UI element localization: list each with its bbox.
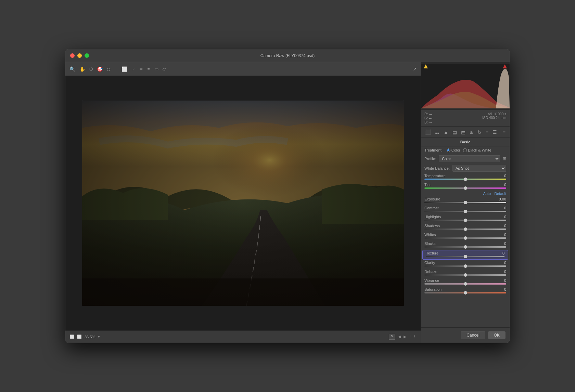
tint-thumb[interactable] (464, 186, 467, 190)
temperature-value: 0 (496, 174, 506, 178)
blacks-thumb[interactable] (464, 245, 467, 249)
y-button[interactable]: Y (389, 334, 395, 340)
radial-filter-icon[interactable]: ⬭ (163, 67, 166, 71)
slider-highlights: Highlights 0 (421, 214, 510, 223)
saturation-track[interactable] (424, 292, 506, 293)
red-eye-icon[interactable]: ✒ (147, 67, 151, 71)
photo-svg (82, 101, 404, 306)
camera-raw-window: Camera Raw (FLY00374.psd) 🔍 ✋ ⬡ 🎯 ◎ ⬜ ⟋ … (65, 49, 510, 343)
tab-split-tone[interactable]: ⬒ (460, 129, 467, 135)
ok-button[interactable]: OK (488, 331, 506, 339)
frame-icon-1: ⬜ (69, 335, 74, 339)
temperature-track[interactable] (424, 179, 506, 180)
tab-basic[interactable]: ⬛ (424, 129, 432, 135)
contrast-thumb[interactable] (464, 210, 467, 213)
auto-button[interactable]: Auto (483, 192, 491, 196)
spot-removal-icon[interactable]: ✏ (140, 67, 143, 71)
exposure-thumb[interactable] (464, 201, 467, 204)
whites-thumb[interactable] (464, 236, 467, 240)
slider-vibrance: Vibrance 0 (421, 278, 510, 287)
shadows-label: Shadows (424, 224, 440, 228)
hand-tool-icon[interactable]: ✋ (79, 66, 85, 72)
tab-camera[interactable]: ≡ (484, 129, 490, 135)
next-icon[interactable]: ▶ (404, 335, 406, 339)
prev-icon[interactable]: ◀ (398, 335, 401, 339)
bw-radio[interactable]: Black & White (463, 148, 491, 152)
highlights-track[interactable] (424, 220, 506, 221)
bw-radio-circle (463, 148, 467, 152)
tab-effects[interactable]: fx (476, 129, 483, 135)
frame-icon-2: ⬜ (77, 335, 82, 339)
exposure-track[interactable] (424, 202, 506, 203)
tab-detail[interactable]: ▲ (442, 129, 450, 135)
grid-icon[interactable]: ⊞ (503, 156, 506, 161)
shadows-track[interactable] (424, 228, 506, 230)
adjustment-brush-icon[interactable]: ▭ (155, 67, 158, 71)
filmstrip-icon[interactable]: ⋮⋮ (409, 335, 417, 339)
close-button[interactable] (70, 53, 75, 58)
profile-select[interactable]: Color (439, 155, 500, 162)
minimize-button[interactable] (77, 53, 82, 58)
dehaze-thumb[interactable] (464, 273, 467, 277)
color-radio-circle (447, 148, 450, 152)
highlights-thumb[interactable] (464, 219, 467, 222)
right-panel: R: --- G: --- B: --- f/9 1/1000 s ISO 40… (421, 62, 510, 343)
crop-tool-icon[interactable]: ⬜ (122, 66, 127, 72)
color-radio[interactable]: Color (447, 148, 460, 152)
clarity-thumb[interactable] (464, 264, 467, 268)
tab-lens[interactable]: ⊞ (468, 129, 475, 135)
wb-label: White Balance: (424, 166, 450, 170)
contrast-track[interactable] (424, 211, 506, 212)
treatment-label: Treatment: (424, 148, 443, 152)
contrast-value: 0 (496, 206, 506, 210)
settings-panel: Basic Treatment: Color Black & White (421, 138, 510, 327)
vibrance-track[interactable] (424, 283, 506, 285)
dehaze-track[interactable] (424, 274, 506, 276)
clarity-track[interactable] (424, 265, 506, 267)
zoom-tool-icon[interactable]: 🔍 (69, 66, 75, 72)
shadows-thumb[interactable] (464, 227, 467, 231)
temperature-thumb[interactable] (464, 178, 467, 181)
histogram-svg (421, 62, 510, 110)
clarity-label: Clarity (424, 261, 435, 265)
slider-clarity: Clarity 0 (421, 260, 510, 269)
straighten-tool-icon[interactable]: ⟋ (131, 67, 136, 71)
auto-default-row: Auto Default (421, 191, 510, 196)
texture-value: 0 (494, 251, 504, 255)
vibrance-label: Vibrance (424, 278, 439, 283)
tint-label: Tint (424, 183, 431, 187)
slider-saturation: Saturation 0 (421, 287, 510, 296)
tab-presets[interactable]: ☰ (491, 129, 498, 135)
cancel-button[interactable]: Cancel (461, 331, 485, 339)
treatment-radio-group: Color Black & White (447, 148, 491, 152)
image-area (65, 76, 421, 330)
shadows-value: 0 (496, 224, 506, 228)
open-in-photoshop-icon[interactable]: ↗ (413, 66, 417, 71)
targeted-adj-icon[interactable]: ◎ (107, 67, 110, 71)
color-sampler-icon[interactable]: 🎯 (97, 66, 103, 72)
vibrance-thumb[interactable] (464, 282, 467, 286)
wb-select[interactable]: As Shot (452, 165, 506, 172)
white-balance-tool-icon[interactable]: ⬡ (89, 67, 93, 71)
texture-thumb[interactable] (464, 255, 467, 258)
texture-track[interactable] (426, 256, 504, 257)
default-button[interactable]: Default (494, 192, 506, 196)
g-value: G: --- (424, 116, 432, 120)
tint-value: 0 (496, 183, 506, 187)
section-menu-icon[interactable]: ≡ (501, 129, 507, 135)
blacks-value: 0 (496, 241, 506, 246)
slider-blacks: Blacks 0 (421, 241, 510, 250)
saturation-thumb[interactable] (464, 291, 467, 295)
maximize-button[interactable] (85, 53, 89, 58)
tint-track[interactable] (424, 187, 506, 189)
zoom-display[interactable]: 36.5% (85, 335, 95, 339)
window-title: Camera Raw (FLY00374.psd) (260, 53, 315, 58)
saturation-label: Saturation (424, 287, 442, 291)
aperture-value: f/9 (488, 112, 492, 116)
tab-hsl[interactable]: ▤ (451, 129, 458, 135)
tab-tone-curve[interactable]: ⚏ (434, 129, 441, 135)
profile-label: Profile: (424, 157, 436, 161)
zoom-dropdown-arrow[interactable]: ▾ (98, 335, 100, 339)
blacks-track[interactable] (424, 246, 506, 248)
whites-track[interactable] (424, 237, 506, 239)
